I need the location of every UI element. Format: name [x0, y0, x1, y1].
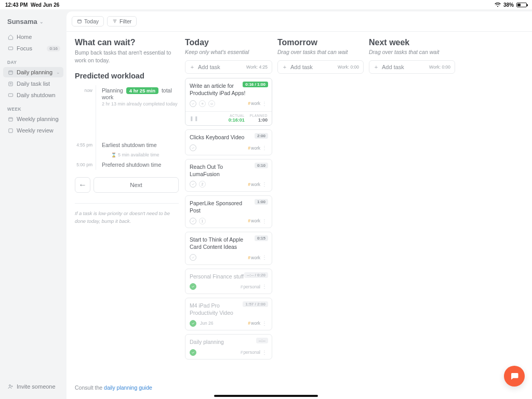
toolbar: Today Filter	[66, 11, 532, 32]
task-card[interactable]: Daily planning --:-- #personal ⋮	[185, 334, 272, 360]
plus-icon: +	[374, 64, 379, 70]
task-time-pill: 2:00	[255, 133, 268, 139]
task-time-pill: 0:16 / 1:00	[243, 82, 268, 87]
status-time: 12:43 PM	[5, 2, 28, 8]
task-check-icon[interactable]	[190, 100, 196, 107]
task-face-icon[interactable]: ☺	[208, 100, 215, 107]
home-indicator[interactable]	[214, 395, 318, 397]
task-more-icon[interactable]: ⋮	[262, 147, 267, 149]
nav-home-label: Home	[17, 34, 32, 40]
add-task-label: Add task	[382, 64, 404, 70]
task-more-icon[interactable]: ⋮	[262, 351, 267, 354]
actual-value: 0:16:01	[229, 117, 245, 123]
task-timer: ❚❚ ACTUAL0:16:01 PLANNED1:00	[185, 111, 272, 125]
col-next-week: Next week Drag over tasks that can wait …	[369, 38, 455, 399]
task-sub-icon[interactable]: 1	[199, 218, 206, 224]
task-check-icon[interactable]	[190, 283, 196, 290]
task-channel[interactable]: #work	[248, 182, 260, 187]
list-icon	[7, 81, 14, 87]
filter-button[interactable]: Filter	[107, 16, 137, 26]
task-channel[interactable]: #personal	[241, 350, 260, 355]
task-more-icon[interactable]: ⋮	[262, 102, 267, 105]
hourglass-icon: ⌛	[111, 153, 116, 157]
prev-button[interactable]: ←	[75, 177, 90, 193]
chat-fab[interactable]	[504, 366, 525, 387]
today-label: Today	[84, 18, 99, 24]
task-card[interactable]: Personal Finance stuff --:-- / 0:20 #per…	[185, 269, 272, 294]
task-channel[interactable]: #work	[248, 145, 260, 151]
task-check-icon[interactable]	[190, 144, 196, 151]
today-work-meta: Work: 4:25	[246, 64, 268, 70]
daily-planning-guide-link[interactable]: daily planning guide	[104, 384, 152, 391]
task-card[interactable]: PaperLike Sponsored Post 1:00 1 #work ⋮	[185, 195, 272, 228]
nextweek-title: Next week	[369, 38, 455, 47]
task-channel[interactable]: #work	[248, 321, 260, 326]
nav-weekly-review[interactable]: Weekly review	[3, 125, 63, 136]
nextweek-sub: Drag over tasks that can wait	[369, 49, 455, 55]
nav-focus-label: Focus	[17, 45, 32, 51]
timeline-t1: 4:55 pm	[75, 142, 92, 148]
task-channel[interactable]: #personal	[241, 284, 260, 289]
filter-label: Filter	[119, 18, 131, 24]
nav-focus[interactable]: Focus 0:16	[3, 43, 63, 54]
task-more-icon[interactable]: ⋮	[262, 183, 267, 185]
timeline-planning-row: Planning 4 hr 25 min total work	[102, 87, 179, 100]
task-check-icon[interactable]	[190, 181, 196, 188]
task-card[interactable]: M4 iPad Pro Productivity Video 1:57 / 2:…	[185, 298, 272, 330]
col-tomorrow: Tomorrow Drag over tasks that can wait +…	[277, 38, 364, 399]
task-more-icon[interactable]: ⋮	[262, 322, 267, 325]
svg-rect-7	[78, 20, 82, 23]
status-date: Wed Jun 26	[31, 2, 59, 8]
task-card[interactable]: Reach Out To LumaFusion 0:10 2 #work ⋮	[185, 159, 272, 192]
task-channel[interactable]: #work	[248, 101, 260, 106]
tomorrow-title: Tomorrow	[277, 38, 364, 47]
workspace-switcher[interactable]: Sunsama ⌄	[3, 15, 63, 31]
task-card[interactable]: Clicks Keyboard Video 2:00 #work ⋮	[185, 129, 272, 155]
task-check-icon[interactable]	[190, 254, 196, 261]
task-card[interactable]: Start to Think of Apple Card Content Ide…	[185, 232, 272, 264]
workload-timeline: now Planning 4 hr 25 min total work 2 hr…	[75, 85, 179, 170]
invite-someone[interactable]: Invite someone	[3, 379, 63, 394]
task-card[interactable]: Write an article for Productivity iPad A…	[185, 78, 272, 126]
add-task-nextweek[interactable]: + Add task Work: 0:00	[369, 60, 455, 74]
invite-icon	[7, 383, 14, 390]
task-time-pill: --:-- / 0:20	[244, 272, 268, 278]
planned-value: 1:00	[250, 117, 268, 123]
task-channel[interactable]: #work	[248, 218, 260, 223]
task-check-icon[interactable]	[190, 349, 196, 356]
timeline-earliest: Earliest shutdown time	[102, 142, 179, 148]
workspace-name: Sunsama	[7, 18, 37, 25]
task-more-icon[interactable]: ⋮	[262, 285, 267, 288]
task-check-icon[interactable]	[190, 320, 196, 327]
task-time-pill: 0:15	[255, 235, 268, 241]
shutdown-icon	[7, 92, 14, 98]
nav-daily-shutdown-label: Daily shutdown	[17, 92, 56, 98]
today-button[interactable]: Today	[72, 16, 104, 26]
task-more-icon[interactable]: ⋮	[262, 256, 267, 259]
section-day: DAY	[3, 55, 63, 66]
add-task-label: Add task	[290, 64, 313, 70]
svg-rect-0	[8, 47, 12, 50]
task-sub-icon[interactable]: 2	[199, 181, 206, 188]
task-more-icon[interactable]: ⋮	[262, 220, 267, 222]
svg-rect-3	[8, 94, 12, 97]
today-sub: Keep only what's essential	[185, 49, 272, 55]
nav-daily-task-list[interactable]: Daily task list	[3, 78, 63, 89]
nav-daily-planning[interactable]: Daily planning ⌄	[3, 67, 63, 77]
chevron-down-icon: ⌄	[39, 19, 44, 24]
predicted-workload-title: Predicted workload	[75, 72, 179, 80]
timeline-available: ⌛ 5 min available time	[111, 152, 179, 157]
nav-home[interactable]: Home	[3, 32, 63, 42]
task-check-icon[interactable]	[190, 218, 196, 224]
add-task-tomorrow[interactable]: + Add task Work: 0:00	[277, 60, 364, 74]
pause-icon[interactable]: ❚❚	[190, 116, 196, 121]
task-note-icon[interactable]: ≡	[199, 100, 206, 107]
add-task-today[interactable]: + Add task Work: 4:25	[185, 60, 272, 74]
nav-daily-shutdown[interactable]: Daily shutdown	[3, 90, 63, 100]
task-channel[interactable]: #work	[248, 255, 260, 260]
next-button[interactable]: Next	[94, 177, 179, 193]
nav-weekly-planning[interactable]: Weekly planning ⌄	[3, 114, 63, 124]
calendar-icon	[77, 19, 82, 24]
nav-daily-task-list-label: Daily task list	[17, 81, 50, 87]
arrow-left-icon: ←	[78, 180, 87, 190]
